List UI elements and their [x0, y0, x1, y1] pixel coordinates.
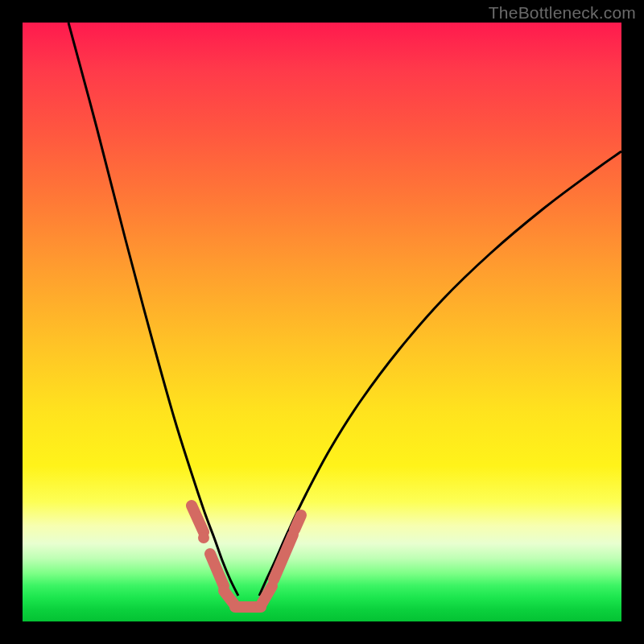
- bottleneck-overlay-seg-0: [192, 506, 204, 532]
- right-curve: [259, 151, 621, 596]
- bottleneck-overlay-seg-7: [295, 515, 301, 530]
- left-curve: [68, 23, 238, 596]
- chart-frame: TheBottleneck.com: [0, 0, 644, 644]
- plot-area: [23, 23, 621, 621]
- watermark-text: TheBottleneck.com: [489, 3, 636, 23]
- curve-layer: [23, 23, 621, 621]
